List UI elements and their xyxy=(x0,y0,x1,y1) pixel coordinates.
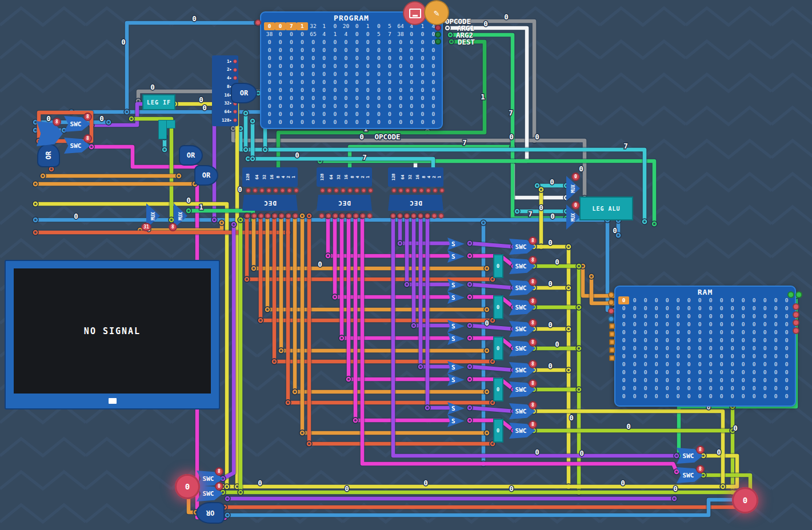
decoder-output-pin[interactable] xyxy=(339,213,345,219)
decoder-output-pin[interactable] xyxy=(245,213,250,219)
decoder-output-pin[interactable] xyxy=(319,213,325,219)
decoder-output-pin[interactable] xyxy=(390,213,396,219)
or-gate[interactable]: OR xyxy=(231,83,257,103)
decoder-gate[interactable]: DEC xyxy=(388,195,443,211)
io-pin-dest[interactable] xyxy=(435,38,441,45)
pin[interactable] xyxy=(795,291,802,298)
register[interactable]: 0 xyxy=(493,419,503,443)
decoder-output-pin[interactable] xyxy=(397,213,403,219)
decoder-output-pin[interactable] xyxy=(438,213,444,219)
decoder-output-pin[interactable] xyxy=(346,213,352,219)
decoder-gate[interactable]: DEC xyxy=(317,195,372,211)
io-button[interactable]: 0 xyxy=(175,474,200,499)
maker-pin[interactable] xyxy=(419,188,424,193)
decoder-output-pin[interactable] xyxy=(286,213,291,219)
byte-maker[interactable]: 1286432168421 xyxy=(388,167,443,187)
register[interactable]: 0 xyxy=(493,378,503,401)
leg-alu-box[interactable]: LEG ALU xyxy=(579,196,633,220)
register[interactable]: 0 xyxy=(493,254,503,278)
ram-port[interactable] xyxy=(609,339,615,345)
ram-block[interactable]: RAM 000000000000000000000000000000000000… xyxy=(614,286,796,407)
pin[interactable] xyxy=(608,316,614,322)
ram-port[interactable] xyxy=(609,323,615,329)
decoder-output-pin[interactable] xyxy=(251,213,257,219)
maker-pin[interactable] xyxy=(280,188,285,193)
ram-port[interactable] xyxy=(609,347,615,353)
decoder-output-pin[interactable] xyxy=(279,213,285,219)
pin[interactable] xyxy=(608,308,614,314)
register[interactable]: 0 xyxy=(493,295,503,319)
maker-pin[interactable] xyxy=(259,188,265,193)
maker-pin[interactable] xyxy=(391,188,397,193)
maker-pin[interactable] xyxy=(341,188,346,193)
memory-cell: 0 xyxy=(618,344,629,352)
pin-dot[interactable] xyxy=(233,68,237,72)
maker-pin[interactable] xyxy=(368,188,373,193)
decoder-output-pin[interactable] xyxy=(367,213,373,219)
byte-maker[interactable]: 1286432168421 xyxy=(242,167,298,187)
io-button[interactable]: 0 xyxy=(732,487,758,513)
maker-pin[interactable] xyxy=(320,188,325,193)
maker-pin[interactable] xyxy=(347,188,353,193)
decoder-output-pin[interactable] xyxy=(333,213,338,219)
io-pin-arg2[interactable] xyxy=(435,31,441,38)
pin-dot[interactable] xyxy=(233,76,237,80)
pin[interactable] xyxy=(793,303,799,310)
program-button[interactable] xyxy=(403,1,427,25)
maker-pin[interactable] xyxy=(398,188,403,193)
decoder-output-pin[interactable] xyxy=(353,213,359,219)
pin[interactable] xyxy=(255,19,261,26)
register[interactable]: 0 xyxy=(493,336,503,360)
decoder-output-pin[interactable] xyxy=(272,213,278,219)
maker-pin[interactable] xyxy=(426,188,431,193)
maker-pin[interactable] xyxy=(287,188,292,193)
pin[interactable] xyxy=(793,319,799,326)
ram-port[interactable] xyxy=(609,355,615,361)
leg-if-box[interactable]: LEG IF xyxy=(142,94,175,110)
maker-pin[interactable] xyxy=(294,188,299,193)
or-gate[interactable]: OR xyxy=(194,165,218,186)
pin[interactable] xyxy=(608,292,614,298)
pin[interactable] xyxy=(793,327,799,334)
decoder-output-pin[interactable] xyxy=(326,213,331,219)
decoder-output-pin[interactable] xyxy=(258,213,264,219)
maker-pin[interactable] xyxy=(412,188,417,193)
io-pin-arg1[interactable] xyxy=(435,25,441,31)
maker-pin[interactable] xyxy=(334,188,339,193)
decoder-output-pin[interactable] xyxy=(425,213,430,219)
or-gate[interactable]: OR xyxy=(37,143,60,167)
decoder-output-pin[interactable] xyxy=(418,213,423,219)
maker-pin[interactable] xyxy=(327,188,332,193)
ram-port[interactable] xyxy=(609,331,615,337)
pin-dot[interactable] xyxy=(233,118,237,122)
pin[interactable] xyxy=(793,311,799,318)
pin-dot[interactable] xyxy=(233,59,237,63)
pin[interactable] xyxy=(608,299,614,306)
maker-pin[interactable] xyxy=(439,188,445,193)
maker-pin[interactable] xyxy=(273,188,278,193)
maker-pin[interactable] xyxy=(354,188,359,193)
or-gate[interactable]: OR xyxy=(179,145,203,166)
or-gate[interactable]: OR xyxy=(196,502,225,524)
decoder-output-pin[interactable] xyxy=(265,213,271,219)
pin[interactable] xyxy=(787,291,794,298)
decoder-output-pin[interactable] xyxy=(411,213,417,219)
maker-pin[interactable] xyxy=(266,188,271,193)
decoder-gate[interactable]: DEC xyxy=(242,195,298,211)
maker-pin[interactable] xyxy=(433,188,438,193)
edit-button[interactable]: ✎ xyxy=(424,0,449,25)
maker-pin[interactable] xyxy=(361,188,366,193)
maker-pin[interactable] xyxy=(253,188,258,193)
decoder-output-pin[interactable] xyxy=(360,213,366,219)
pin-dot[interactable] xyxy=(233,110,237,114)
byte-maker[interactable]: 1286432168421 xyxy=(317,167,372,187)
maker-pin[interactable] xyxy=(246,188,251,193)
elbow-connector[interactable] xyxy=(158,120,175,139)
maker-pin[interactable] xyxy=(405,188,410,193)
decoder-output-pin[interactable] xyxy=(431,213,437,219)
decoder-output-pin[interactable] xyxy=(404,213,410,219)
monitor-display[interactable]: NO SIGNAL xyxy=(5,260,220,409)
program-block[interactable]: PROGRAM 00713210200105644143800065414005… xyxy=(260,11,443,129)
circuit-canvas[interactable]: 00000OPCODE00000077711770000000000000000… xyxy=(0,0,812,530)
decoder-output-pin[interactable] xyxy=(293,213,298,219)
